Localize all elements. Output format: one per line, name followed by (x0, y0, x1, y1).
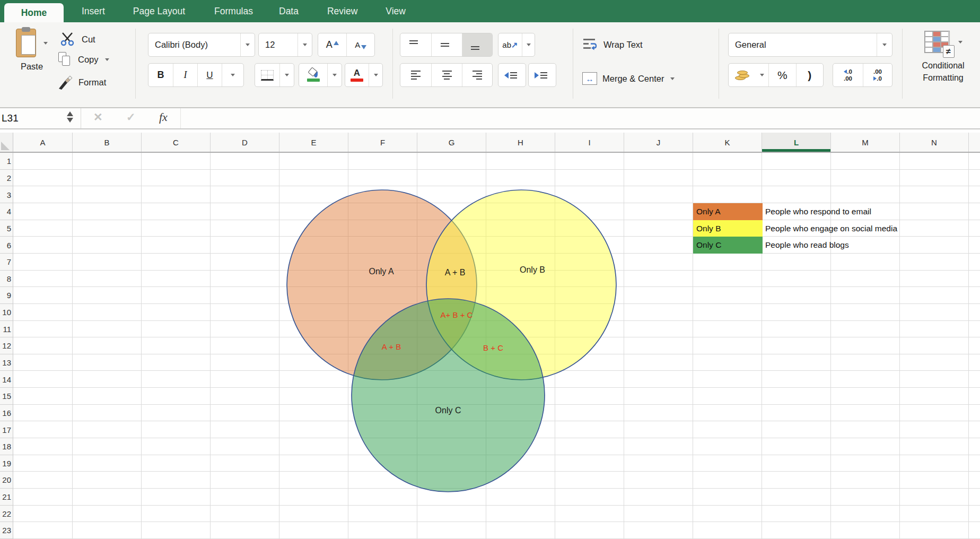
underline-button[interactable]: U (197, 64, 222, 86)
column-header-f[interactable]: F (348, 133, 417, 152)
formula-input[interactable] (185, 110, 975, 126)
paste-dropdown-icon[interactable] (43, 42, 48, 45)
column-header-b[interactable]: B (73, 133, 142, 152)
shrink-font-button[interactable]: A (346, 33, 374, 56)
tab-page-layout[interactable]: Page Layout (133, 0, 185, 22)
row-header-7[interactable]: 7 (0, 254, 13, 271)
column-header-i[interactable]: I (555, 133, 624, 152)
column-header-m[interactable]: M (831, 133, 900, 152)
row-header-19[interactable]: 19 (0, 455, 13, 472)
cancel-entry-icon[interactable]: ✕ (93, 111, 103, 124)
align-center-button[interactable] (431, 64, 462, 86)
legend-desc-only-b[interactable]: People who engage on social media (763, 220, 975, 237)
column-header-a[interactable]: A (13, 133, 73, 152)
decrease-decimal-icon: .00 .0 (873, 68, 882, 82)
borders-icon (261, 70, 274, 81)
venn-label-a-plus-b-lower: A + B (382, 342, 401, 351)
font-color-button[interactable]: A (345, 63, 383, 87)
grow-font-button[interactable]: A (318, 33, 346, 56)
select-all-corner[interactable] (0, 133, 13, 152)
row-header-18[interactable]: 18 (0, 438, 13, 455)
borders-button[interactable] (255, 63, 294, 87)
comma-style-button[interactable]: ) (796, 64, 823, 86)
row-header-23[interactable]: 23 (0, 522, 13, 539)
copy-dropdown-icon[interactable] (105, 58, 109, 61)
column-header-c[interactable]: C (142, 133, 211, 152)
number-format-select[interactable]: General (728, 33, 892, 57)
font-name-dropdown-icon[interactable] (246, 44, 250, 46)
percent-style-button[interactable]: % (768, 64, 795, 86)
font-size-select[interactable]: 12 (258, 33, 312, 57)
align-left-button[interactable] (400, 64, 431, 86)
row-header-16[interactable]: 16 (0, 405, 13, 422)
row-header-9[interactable]: 9 (0, 287, 13, 304)
row-header-8[interactable]: 8 (0, 270, 13, 287)
row-header-11[interactable]: 11 (0, 320, 13, 337)
tab-review[interactable]: Review (327, 0, 357, 22)
name-box[interactable]: L31 (2, 112, 19, 124)
tab-data[interactable]: Data (279, 0, 299, 22)
cut-button[interactable]: Cut (59, 32, 95, 47)
column-header-h[interactable]: H (486, 133, 555, 152)
tab-formulas[interactable]: Formulas (214, 0, 253, 22)
stepper-up-icon[interactable] (67, 111, 73, 116)
column-header-k[interactable]: K (693, 133, 762, 152)
row-header-21[interactable]: 21 (0, 489, 13, 506)
underline-dropdown[interactable] (222, 64, 243, 86)
increase-indent-button[interactable] (528, 63, 556, 87)
row-header-6[interactable]: 6 (0, 237, 13, 254)
format-button[interactable]: Format (57, 74, 106, 90)
row-header-20[interactable]: 20 (0, 472, 13, 489)
conditional-formatting-button[interactable]: ≠ Conditional Formatting (908, 31, 978, 84)
row-header-22[interactable]: 22 (0, 505, 13, 522)
decrease-indent-button[interactable] (498, 63, 526, 87)
increase-decimal-button[interactable]: .0 .00 (833, 64, 863, 86)
row-header-17[interactable]: 17 (0, 421, 13, 438)
paste-button[interactable]: Paste (7, 29, 56, 72)
legend-cell-only-a[interactable]: Only A (693, 203, 763, 220)
bold-button[interactable]: B (148, 64, 173, 86)
row-header-4[interactable]: 4 (0, 203, 13, 220)
currency-dropdown[interactable] (756, 64, 768, 86)
merge-center-button[interactable]: ↔ Merge & Center (582, 72, 675, 85)
align-bottom-button[interactable] (462, 33, 492, 56)
orientation-button[interactable]: ab ↗ (498, 33, 535, 57)
row-header-2[interactable]: 2 (0, 170, 13, 187)
currency-button[interactable] (729, 64, 756, 86)
legend-cell-only-b[interactable]: Only B (693, 220, 763, 237)
row-header-12[interactable]: 12 (0, 337, 13, 354)
stepper-down-icon[interactable] (67, 118, 73, 123)
column-header-e[interactable]: E (279, 133, 348, 152)
row-header-14[interactable]: 14 (0, 371, 13, 388)
row-header-13[interactable]: 13 (0, 354, 13, 371)
decrease-decimal-button[interactable]: .00 .0 (863, 64, 892, 86)
font-size-dropdown-icon[interactable] (303, 44, 307, 46)
column-header-g[interactable]: G (417, 133, 486, 152)
row-header-1[interactable]: 1 (0, 153, 13, 170)
font-name-select[interactable]: Calibri (Body) (148, 33, 255, 57)
align-right-button[interactable] (462, 64, 492, 86)
fill-color-button[interactable] (299, 63, 342, 87)
legend-desc-only-a[interactable]: People who respond to email (763, 203, 975, 220)
name-box-stepper[interactable] (67, 111, 73, 123)
legend-cell-only-c[interactable]: Only C (693, 237, 763, 254)
column-header-n[interactable]: N (900, 133, 969, 152)
row-header-3[interactable]: 3 (0, 186, 13, 203)
align-top-button[interactable] (400, 33, 431, 56)
tab-insert[interactable]: Insert (82, 0, 105, 22)
column-header-j[interactable]: J (624, 133, 693, 152)
column-header-d[interactable]: D (211, 133, 279, 152)
wrap-text-button[interactable]: Wrap Text (582, 37, 643, 52)
row-header-5[interactable]: 5 (0, 220, 13, 237)
align-middle-button[interactable] (431, 33, 462, 56)
confirm-entry-icon[interactable]: ✓ (126, 111, 136, 124)
legend-desc-only-c[interactable]: People who read blogs (763, 237, 975, 254)
row-header-10[interactable]: 10 (0, 304, 13, 321)
tab-home[interactable]: Home (4, 3, 64, 22)
row-header-15[interactable]: 15 (0, 388, 13, 405)
tab-view[interactable]: View (386, 0, 406, 22)
copy-button[interactable]: Copy (58, 52, 109, 67)
italic-button[interactable]: I (173, 64, 197, 86)
column-header-l-selected[interactable]: L (762, 133, 831, 152)
insert-function-icon[interactable]: fx (159, 110, 168, 124)
